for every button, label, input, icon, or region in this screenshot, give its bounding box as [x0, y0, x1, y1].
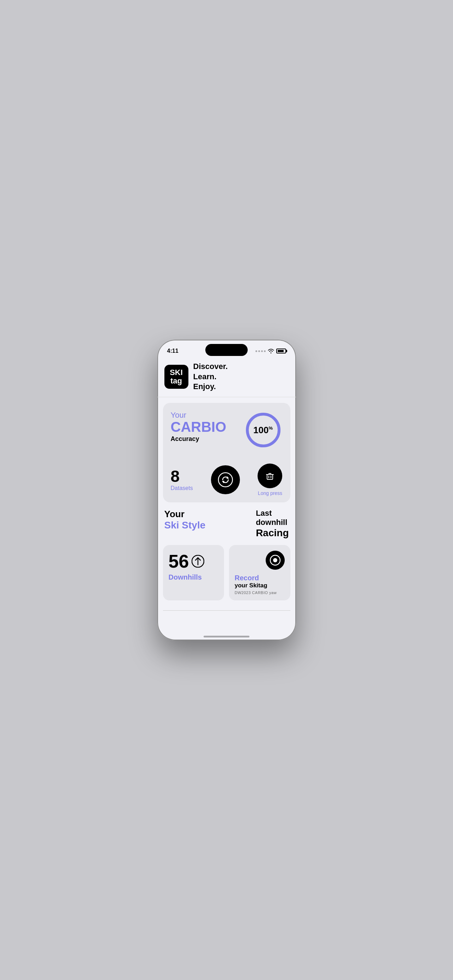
datasets-number: 8	[171, 468, 193, 484]
record-card[interactable]: Record your Skitag DW2023 CARBIO yaw	[229, 545, 290, 600]
record-circle-icon	[270, 555, 281, 566]
signal-dot-2	[258, 350, 260, 352]
tagline-line1: Discover.	[193, 362, 228, 371]
signal-dot-4	[264, 350, 265, 352]
downhills-number-row: 56	[168, 552, 219, 570]
status-time: 4:11	[167, 348, 178, 354]
logo-line1: SKI	[170, 368, 183, 377]
sync-button[interactable]	[211, 465, 240, 494]
svg-point-10	[273, 558, 277, 562]
main-content: Your CARBIO Accuracy 100% 8	[157, 397, 296, 616]
trash-button[interactable]	[257, 463, 282, 488]
carbio-bottom: 8 Datasets	[171, 463, 283, 496]
carbio-top: Your CARBIO Accuracy 100%	[171, 410, 283, 449]
logo-line2: tag	[170, 377, 182, 385]
last-downhill: Lastdownhill Racing	[256, 509, 289, 539]
trash-section: Long press	[257, 463, 282, 496]
signal-dot-3	[261, 350, 263, 352]
downhills-number: 56	[168, 552, 189, 570]
your-label: Your	[164, 509, 206, 520]
bottom-cards: 56 Downhills Record	[163, 545, 290, 600]
accuracy-circle: 100%	[244, 410, 283, 449]
datasets-section: 8 Datasets	[171, 468, 193, 492]
signal-dot-1	[256, 350, 257, 352]
sync-icon	[218, 472, 233, 488]
long-press-label: Long press	[258, 490, 282, 496]
carbio-your-label: Your	[171, 410, 227, 420]
wifi-icon	[268, 348, 274, 353]
trash-icon	[264, 470, 276, 482]
your-ski-style: Your Ski Style	[164, 509, 206, 531]
record-label: Record	[235, 574, 259, 582]
circle-percentage: 100%	[253, 425, 273, 435]
datasets-label: Datasets	[171, 485, 193, 492]
phone-frame: 4:11 SKI tag Discover. Lear	[157, 340, 296, 640]
home-indicator	[203, 636, 250, 638]
svg-rect-3	[267, 474, 273, 479]
tagline: Discover. Learn. Enjoy.	[193, 361, 228, 392]
chevron-up-icon	[192, 555, 204, 568]
record-icon	[265, 550, 285, 570]
carbio-info: Your CARBIO Accuracy	[171, 410, 227, 443]
tagline-line2: Learn.	[193, 372, 217, 381]
ski-style-value: Ski Style	[164, 520, 206, 531]
app-header: SKI tag Discover. Learn. Enjoy.	[157, 357, 296, 397]
carbio-title: CARBIO	[171, 420, 227, 434]
dynamic-island	[205, 344, 248, 356]
record-sub-label: your Skitag	[235, 582, 267, 589]
battery-icon	[276, 348, 286, 353]
ski-style-section: Your Ski Style Lastdownhill Racing	[163, 509, 290, 539]
racing-value: Racing	[256, 527, 289, 539]
carbio-card: Your CARBIO Accuracy 100% 8	[163, 403, 290, 502]
last-label: Lastdownhill	[256, 509, 289, 527]
logo-box: SKI tag	[164, 365, 188, 389]
battery-fill	[278, 350, 284, 352]
carbio-accuracy-label: Accuracy	[171, 435, 227, 443]
record-tags: DW2023 CARBIO yaw	[235, 590, 277, 595]
carbio-spacer	[171, 449, 283, 460]
downhills-label: Downhills	[168, 573, 219, 581]
downhills-card[interactable]: 56 Downhills	[163, 545, 224, 600]
bottom-separator	[163, 610, 290, 611]
svg-point-2	[218, 473, 232, 487]
status-icons	[256, 348, 286, 353]
tagline-line3: Enjoy.	[193, 382, 216, 391]
signal-dots	[256, 350, 265, 352]
